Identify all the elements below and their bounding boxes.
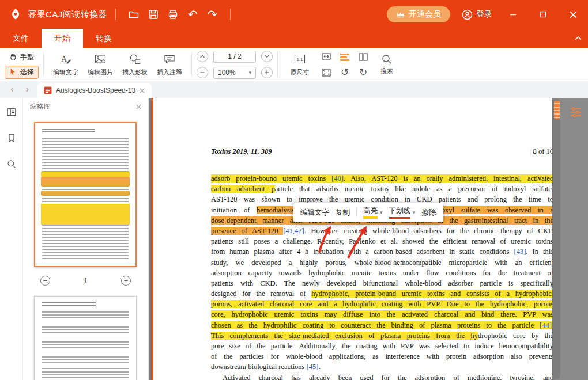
edit-text-icon: A bbox=[59, 53, 72, 66]
doc-text: adsorption capacity towards hydrophobic … bbox=[211, 269, 552, 277]
highlighted-text: . bbox=[552, 321, 552, 329]
zoom-in-button[interactable] bbox=[261, 67, 273, 78]
doc-line: study, we developed a highly porous, who… bbox=[211, 257, 552, 268]
login-button[interactable]: 登录 bbox=[462, 9, 492, 20]
previous-page-button[interactable] bbox=[197, 51, 208, 62]
thumbnail-zoom-in-button[interactable] bbox=[121, 276, 131, 286]
divider bbox=[356, 208, 357, 217]
highlighted-text: carbon adsorbent p bbox=[211, 185, 275, 193]
maximize-button[interactable] bbox=[534, 6, 552, 23]
thumbnail-text-lines bbox=[42, 138, 129, 260]
scrollbar-thumb[interactable] bbox=[554, 101, 560, 119]
doc-line: downstream biological reactions [45]. bbox=[211, 362, 552, 372]
open-file-button[interactable] bbox=[124, 5, 144, 24]
doc-text: drophobic core by the bbox=[478, 332, 552, 340]
membership-label: 开通会员 bbox=[409, 9, 441, 20]
close-panel-icon[interactable] bbox=[136, 104, 141, 109]
citation-link[interactable]: [43] bbox=[514, 248, 526, 256]
search-button[interactable]: 搜索 bbox=[380, 54, 393, 75]
citation-link[interactable]: [40] bbox=[331, 174, 344, 183]
page-indicator-input[interactable]: 1 / 2 bbox=[213, 51, 256, 63]
tab-home[interactable]: 开始 bbox=[42, 29, 83, 48]
citation-link[interactable]: [44] bbox=[540, 321, 552, 329]
toolbar: 手型 选择 A 编辑文字 编辑图片 插入形状 插入注释 bbox=[0, 48, 588, 81]
fit-page-button[interactable] bbox=[319, 66, 333, 79]
original-size-icon: 1:1 bbox=[293, 53, 306, 66]
fit-width-button[interactable] bbox=[319, 50, 333, 63]
page-number-header: 8 of 16 bbox=[533, 147, 552, 156]
insert-note-button[interactable]: 插入注释 bbox=[152, 53, 187, 77]
titlebar-right-controls: 开通会员 登录 bbox=[387, 6, 588, 23]
thumbnail-zoom-out-button[interactable] bbox=[40, 276, 50, 286]
membership-button[interactable]: 开通会员 bbox=[387, 6, 450, 22]
close-tab-icon[interactable] bbox=[140, 88, 145, 93]
page-thumbnail-2[interactable] bbox=[34, 296, 137, 380]
ribbon-tab-bar: 文件 开始 转换 bbox=[0, 29, 588, 48]
vertical-scrollbar[interactable] bbox=[553, 99, 560, 379]
current-page-number: 1 bbox=[84, 276, 88, 285]
doc-text: patients still poses a challenge. Recent… bbox=[211, 237, 552, 245]
edit-image-button[interactable]: 编辑图片 bbox=[83, 53, 118, 77]
view-settings-icon[interactable] bbox=[570, 106, 582, 121]
highlighted-text: adsorb protein-bound uremic toxins bbox=[211, 174, 331, 183]
ctx-highlight-button[interactable]: 高亮 ▾ bbox=[363, 206, 383, 219]
thumbnail-panel-icon[interactable] bbox=[6, 107, 17, 120]
ctx-underline-button[interactable]: 下划线 ▾ bbox=[389, 206, 416, 219]
page-header: Toxins 2019, 11, 389 8 of 16 bbox=[211, 147, 552, 156]
chevron-down-icon: ▾ bbox=[380, 210, 383, 215]
zoom-level-select[interactable]: 100% ▾ bbox=[213, 67, 256, 79]
search-panel-icon[interactable] bbox=[6, 159, 17, 172]
thumbnail-highlight bbox=[41, 204, 130, 225]
search-icon bbox=[381, 54, 393, 65]
doc-line: This complements the size-mediated exclu… bbox=[211, 330, 552, 341]
ctx-copy-button[interactable]: 复制 bbox=[336, 208, 350, 218]
highlighted-text: porous, activated charcoal core and a hy… bbox=[211, 300, 552, 308]
thumbnail-panel-header: 缩略图 bbox=[23, 98, 148, 115]
pdf-document-icon bbox=[44, 86, 52, 94]
highlight-lines-icon bbox=[340, 52, 350, 62]
minimize-button[interactable] bbox=[504, 6, 522, 23]
tab-file[interactable]: 文件 bbox=[0, 29, 42, 48]
tab-convert[interactable]: 转换 bbox=[83, 29, 125, 48]
select-tool-button[interactable]: 选择 bbox=[5, 66, 39, 79]
doc-line: core, hydrophobic uremic toxins may diff… bbox=[211, 309, 552, 320]
doc-text: designed for the removal of bbox=[211, 290, 311, 298]
highlighted-text: the gastrointestinal tract in the bbox=[449, 216, 552, 225]
close-button[interactable] bbox=[564, 6, 582, 23]
zoom-out-button[interactable] bbox=[197, 67, 208, 78]
next-page-button[interactable] bbox=[261, 51, 273, 62]
thumbnail-text-lines bbox=[42, 311, 129, 380]
citation-link[interactable]: [41,42] bbox=[283, 227, 304, 235]
highlighted-text: . Also, AST-120 is an orally administere… bbox=[344, 174, 552, 183]
citation-link[interactable]: [45] bbox=[307, 363, 319, 371]
save-button[interactable] bbox=[144, 5, 163, 24]
document-tab[interactable]: Auslogics-BoostSpeed-13 bbox=[37, 83, 152, 98]
redo-edit-button[interactable]: ↻ bbox=[356, 66, 370, 79]
undo-button[interactable]: ↶ bbox=[183, 5, 202, 24]
ctx-edit-text-button[interactable]: 编辑文字 bbox=[300, 208, 329, 218]
divider bbox=[43, 52, 44, 77]
ctx-erase-button[interactable]: 擦除 bbox=[422, 208, 436, 218]
highlight-tool-button[interactable] bbox=[338, 51, 352, 63]
hand-tool-button[interactable]: 手型 bbox=[5, 51, 39, 64]
two-page-view-button[interactable] bbox=[356, 51, 370, 63]
document-tab-bar: ‹ › Auslogics-BoostSpeed-13 bbox=[0, 81, 588, 98]
view-history-controls: ↺ ↻ bbox=[338, 51, 370, 79]
doc-text: . bbox=[318, 363, 320, 371]
print-button[interactable] bbox=[163, 5, 183, 24]
page-thumbnail-1[interactable] bbox=[34, 122, 137, 267]
tab-scroll-right-button[interactable]: › bbox=[20, 83, 35, 98]
edit-text-button[interactable]: A 编辑文字 bbox=[48, 53, 83, 77]
collapse-ribbon-button[interactable] bbox=[574, 35, 582, 44]
app-window: 幂果CAJ阅读转换器 ↶ ↷ 开通会员 登录 bbox=[0, 0, 588, 380]
doc-line: designed for the removal of hydrophobic,… bbox=[211, 288, 552, 299]
original-size-button[interactable]: 1:1 原尺寸 bbox=[282, 53, 317, 77]
undo-edit-button[interactable]: ↺ bbox=[338, 66, 352, 79]
redo-button[interactable]: ↷ bbox=[202, 5, 222, 24]
insert-shape-icon bbox=[129, 53, 141, 66]
page-zoom-controls: 1 / 2 100% ▾ bbox=[197, 51, 273, 79]
selection-context-toolbar: 编辑文字 复制 高亮 ▾ 下划线 ▾ 擦除 bbox=[293, 203, 443, 222]
bookmark-icon[interactable] bbox=[6, 133, 17, 146]
tab-scroll-left-button[interactable]: ‹ bbox=[5, 83, 20, 98]
insert-shape-button[interactable]: 插入形状 bbox=[118, 53, 152, 77]
